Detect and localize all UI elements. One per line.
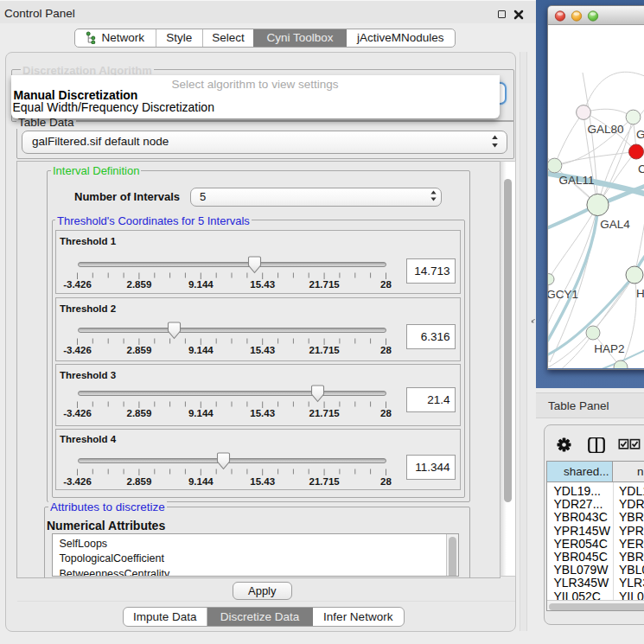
svg-text:GAL4: GAL4	[600, 218, 630, 231]
svg-text:CA: CA	[638, 163, 644, 175]
svg-text:HAP2: HAP2	[594, 342, 624, 355]
svg-text:GCY1: GCY1	[548, 288, 578, 301]
svg-text:GAL80: GAL80	[587, 123, 623, 136]
svg-text:GAL11: GAL11	[558, 174, 594, 187]
svg-text:GAL: GAL	[636, 128, 644, 141]
svg-text:HA: HA	[636, 287, 644, 300]
